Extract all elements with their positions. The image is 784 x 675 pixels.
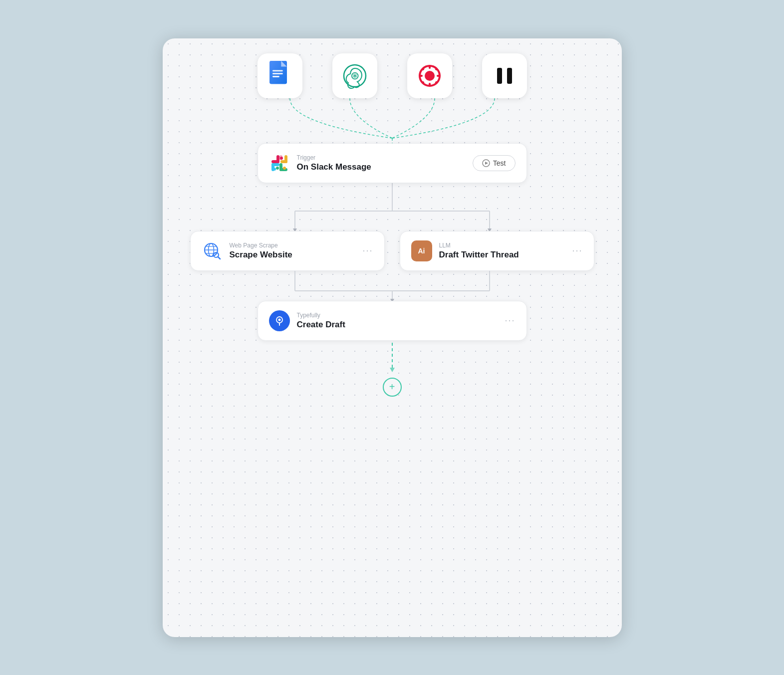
svg-point-32 [273,168,276,171]
svg-rect-15 [437,75,441,77]
svg-rect-3 [272,70,283,71]
typefully-icon [269,310,290,331]
llm-node[interactable]: Ai LLM Draft Twitter Thread ··· [400,231,594,271]
grafbase-icon [417,63,443,89]
chatgpt-icon-box[interactable]: ⊛ [332,53,377,98]
typefully-node-text: Typefully Create Draft [297,312,498,330]
svg-point-56 [278,318,280,321]
google-docs-icon-box[interactable] [258,53,302,98]
svg-line-50 [218,257,220,259]
top-connector-svg [267,98,517,143]
pause-icon-box[interactable] [482,53,527,98]
flow-wrapper: ⊛ [183,53,602,397]
top-icons-row: ⊛ [258,53,527,98]
v-line-dashed-1 [392,343,393,368]
svg-marker-43 [488,228,492,231]
typefully-menu-button[interactable]: ··· [505,315,515,326]
branch-merge-lines [188,271,597,301]
svg-rect-34 [284,155,287,163]
google-docs-icon [267,61,292,91]
pause-icon [494,65,516,87]
svg-point-35 [283,167,286,170]
llm-name-label: Draft Twitter Thread [439,250,565,260]
v-line-1 [392,183,393,201]
grafbase-icon-box[interactable] [407,53,452,98]
typefully-logo-icon [274,315,285,326]
chatgpt-icon: ⊛ [342,63,368,89]
llm-icon-text: Ai [418,247,425,255]
trigger-node-text: Trigger On Slack Message [297,154,463,172]
top-connector-lines [267,98,517,143]
branch-nodes-row: Web Page Scrape Scrape Website ··· Ai LL… [190,231,594,271]
svg-marker-42 [293,228,297,231]
svg-rect-24 [271,160,279,163]
svg-rect-4 [272,73,283,74]
llm-icon-inner: Ai [411,240,432,261]
svg-rect-21 [507,68,512,84]
svg-marker-37 [485,162,488,165]
svg-point-10 [425,71,435,81]
webscrape-type-label: Web Page Scrape [230,242,356,249]
llm-icon: Ai [411,240,432,261]
branch-merge-svg [188,271,597,301]
add-node-button[interactable]: + [383,378,402,397]
play-icon [482,159,490,167]
v-connector-1 [392,183,393,201]
typefully-name-label: Create Draft [297,320,498,330]
llm-type-label: LLM [439,242,565,249]
svg-rect-5 [272,76,279,77]
svg-rect-14 [419,75,423,77]
webscrape-icon [202,240,223,261]
llm-node-text: LLM Draft Twitter Thread [439,242,565,260]
v-connector-2 [389,341,396,373]
workflow-canvas: ⊛ [163,38,622,637]
svg-point-29 [276,167,279,170]
svg-rect-20 [497,68,502,84]
slack-icon [269,153,290,174]
svg-text:⊛: ⊛ [350,69,359,82]
add-node-icon: + [389,381,395,393]
branch-split-lines [188,201,597,231]
trigger-node[interactable]: Trigger On Slack Message Test [258,143,527,183]
test-button-label: Test [493,159,506,167]
webscrape-name-label: Scrape Website [230,250,356,260]
svg-rect-26 [279,155,282,160]
webscrape-node[interactable]: Web Page Scrape Scrape Website ··· [190,231,385,271]
webscrape-node-text: Web Page Scrape Scrape Website [230,242,356,260]
svg-marker-55 [390,299,394,301]
svg-rect-13 [429,83,431,87]
branch-split-svg [188,201,597,231]
webscrape-menu-button[interactable]: ··· [362,245,373,256]
typefully-icon-inner [269,310,290,331]
dashed-arrow [389,368,396,373]
test-button[interactable]: Test [473,155,516,171]
svg-rect-12 [429,65,431,69]
svg-marker-58 [390,368,395,372]
trigger-type-label: Trigger [297,154,463,161]
trigger-name-label: On Slack Message [297,162,463,172]
llm-menu-button[interactable]: ··· [572,245,582,256]
typefully-type-label: Typefully [297,312,498,319]
typefully-node[interactable]: Typefully Create Draft ··· [258,301,527,341]
